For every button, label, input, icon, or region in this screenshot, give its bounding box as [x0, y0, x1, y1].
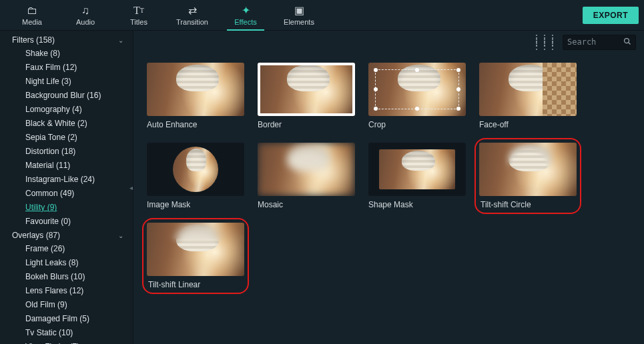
sidebar-item[interactable]: Instagram-Like (24): [0, 173, 133, 187]
tab-label: Audio: [76, 18, 95, 26]
tab-effects[interactable]: ✦ Effects: [219, 0, 272, 31]
tab-titles[interactable]: TT Titles: [112, 0, 166, 31]
sidebar-item[interactable]: Shake (8): [0, 47, 133, 61]
effect-label: Tilt-shift Circle: [480, 200, 577, 209]
search-icon: [623, 37, 631, 47]
sidebar-item[interactable]: Common (49): [0, 187, 133, 201]
sidebar-item[interactable]: Light Leaks (8): [0, 256, 133, 270]
sidebar-item[interactable]: Bokeh Blurs (10): [0, 270, 133, 284]
effect-label: Tilt-shift Linear: [148, 280, 244, 289]
sidebar-collapse-handle[interactable]: ◂: [128, 174, 133, 201]
sidebar-item[interactable]: Old Film (9): [0, 298, 133, 312]
effect-label: Border: [258, 120, 355, 129]
effect-thumbnail[interactable]: [147, 63, 244, 116]
annotation-highlight: Tilt-shift Linear: [142, 218, 249, 294]
search-box[interactable]: [563, 35, 636, 50]
sidebar-item[interactable]: Material (11): [0, 159, 133, 173]
svg-line-1: [629, 42, 631, 44]
sidebar-category[interactable]: Filters (158)⌄: [0, 33, 133, 47]
effect-thumbnail[interactable]: [368, 143, 466, 196]
sidebar-item[interactable]: View Finder (7): [0, 340, 133, 344]
tab-label: Titles: [130, 18, 147, 26]
text-icon: TT: [133, 5, 144, 17]
sparkle-icon: ✦: [242, 5, 250, 17]
category-label: Overlays (87): [12, 231, 60, 240]
sidebar-item[interactable]: Night Life (3): [0, 75, 133, 89]
effect-thumbnail[interactable]: [479, 63, 577, 116]
effect-label: Auto Enhance: [147, 120, 244, 129]
effect-label: Image Mask: [147, 200, 244, 209]
search-input[interactable]: [567, 37, 621, 47]
music-note-icon: ♫: [81, 5, 89, 17]
category-sidebar: Filters (158)⌄Shake (8)Faux Film (12)Nig…: [0, 31, 133, 344]
effect-thumbnail[interactable]: [479, 143, 577, 196]
sidebar-item[interactable]: Background Blur (16): [0, 89, 133, 103]
effects-grid: Auto EnhanceBorderCropFace-offImage Mask…: [133, 53, 644, 299]
sidebar-item[interactable]: Damaged Film (5): [0, 312, 133, 326]
folder-icon: 🗀: [27, 5, 37, 17]
tab-label: Effects: [234, 18, 256, 26]
topbar: 🗀 Media ♫ Audio TT Titles ⇄ Transition ✦…: [0, 0, 644, 31]
sidebar-item[interactable]: Tv Static (10): [0, 326, 133, 340]
effect-thumbnail[interactable]: [147, 143, 244, 196]
effect-thumbnail[interactable]: [258, 143, 355, 196]
main-tabs: 🗀 Media ♫ Audio TT Titles ⇄ Transition ✦…: [5, 0, 326, 31]
tab-transition[interactable]: ⇄ Transition: [166, 0, 219, 31]
tab-media[interactable]: 🗀 Media: [5, 0, 59, 31]
tab-label: Elements: [284, 18, 314, 26]
sidebar-item[interactable]: Lens Flares (12): [0, 284, 133, 298]
chevron-down-icon: ⌄: [118, 37, 123, 44]
sidebar-item[interactable]: Favourite (0): [0, 215, 133, 229]
image-icon: ▣: [294, 5, 304, 17]
effect-label: Face-off: [479, 120, 577, 129]
tab-label: Media: [22, 18, 42, 26]
effect-label: Mosaic: [258, 200, 355, 209]
effect-thumbnail[interactable]: [258, 63, 355, 116]
svg-point-0: [625, 38, 629, 43]
content-toolbar: ⋮⋮⋮⋮⋮⋮⋮⋮⋮: [133, 31, 644, 53]
transition-icon: ⇄: [188, 5, 197, 17]
sidebar-item[interactable]: Lomography (4): [0, 103, 133, 117]
effect-thumbnail[interactable]: [368, 63, 466, 116]
category-label: Filters (158): [12, 35, 55, 45]
sidebar-item[interactable]: Black & White (2): [0, 117, 133, 131]
sidebar-item[interactable]: Distortion (18): [0, 145, 133, 159]
effect-label: Shape Mask: [368, 200, 466, 209]
chevron-down-icon: ⌄: [118, 232, 123, 239]
sidebar-item[interactable]: Frame (26): [0, 242, 133, 256]
effect-thumbnail[interactable]: [147, 223, 244, 276]
effects-panel: ⋮⋮⋮⋮⋮⋮⋮⋮⋮ Auto EnhanceBorderCropFace-off…: [133, 31, 644, 344]
sidebar-item[interactable]: Utility (9): [0, 201, 133, 215]
sidebar-item[interactable]: Faux Film (12): [0, 61, 133, 75]
effect-label: Crop: [368, 120, 466, 129]
grid-view-icon[interactable]: ⋮⋮⋮⋮⋮⋮⋮⋮⋮: [532, 36, 556, 48]
tab-audio[interactable]: ♫ Audio: [59, 0, 112, 31]
sidebar-category[interactable]: Overlays (87)⌄: [0, 229, 133, 242]
tab-elements[interactable]: ▣ Elements: [272, 0, 326, 31]
tab-label: Transition: [176, 18, 208, 26]
annotation-highlight: Tilt-shift Circle: [474, 138, 581, 214]
sidebar-item[interactable]: Sepia Tone (2): [0, 131, 133, 145]
export-button[interactable]: EXPORT: [583, 7, 639, 24]
